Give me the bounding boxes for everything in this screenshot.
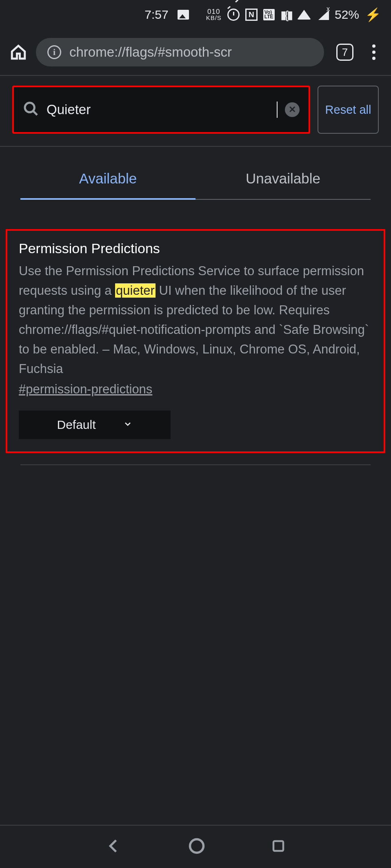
browser-toolbar: i chrome://flags/#smooth-scr 7 (0, 29, 391, 75)
nav-back-button[interactable] (105, 837, 122, 856)
divider (0, 146, 391, 147)
svg-point-2 (190, 839, 204, 853)
flag-state-select[interactable]: Default (19, 411, 171, 439)
volte-icon: Vo)LTE (263, 9, 275, 20)
picture-icon (178, 10, 189, 20)
alarm-icon (227, 9, 240, 21)
flag-title: Permission Predictions (19, 241, 372, 256)
signal-icon: x (317, 9, 329, 20)
divider (20, 464, 371, 465)
search-box-highlight: ✕ (12, 86, 310, 134)
reset-all-button[interactable]: Reset all (318, 86, 379, 134)
menu-button[interactable] (366, 44, 382, 60)
svg-point-0 (25, 103, 34, 112)
search-highlight: quieter (115, 283, 156, 298)
info-icon[interactable]: i (47, 45, 61, 59)
nav-home-button[interactable] (188, 837, 206, 857)
svg-line-1 (33, 111, 37, 115)
net-speed: 010KB/S (206, 9, 222, 21)
search-icon (23, 101, 39, 119)
flag-select-value: Default (57, 418, 96, 432)
search-area: ✕ Reset all (0, 76, 391, 146)
vibrate-icon: ▮{▮ (280, 8, 291, 22)
url-text: chrome://flags/#smooth-scr (69, 44, 232, 60)
tabs: Available Unavailable (20, 159, 371, 200)
clear-icon[interactable]: ✕ (285, 102, 300, 117)
home-button[interactable] (9, 43, 28, 62)
search-box[interactable]: ✕ (14, 87, 309, 132)
svg-rect-3 (273, 841, 283, 851)
tab-unavailable[interactable]: Unavailable (196, 159, 371, 200)
flag-description: Use the Permission Predictions Service t… (19, 261, 372, 379)
charging-icon: ⚡ (365, 7, 381, 22)
nfc-icon: N (245, 9, 258, 21)
tab-switcher[interactable]: 7 (336, 44, 353, 61)
search-input[interactable] (47, 102, 273, 117)
url-bar[interactable]: i chrome://flags/#smooth-scr (36, 38, 324, 66)
wifi-icon (297, 10, 311, 20)
nav-recents-button[interactable] (271, 839, 286, 855)
status-bar: 7:57 010KB/S N Vo)LTE ▮{▮ x 52% ⚡ (0, 0, 391, 29)
flag-anchor-link[interactable]: #permission-predictions (19, 382, 152, 397)
system-nav-bar (0, 825, 391, 868)
text-cursor (277, 102, 278, 118)
tab-available[interactable]: Available (20, 159, 196, 200)
status-time: 7:57 (144, 8, 168, 22)
chevron-down-icon (123, 418, 133, 432)
flag-card-permission-predictions: Permission Predictions Use the Permissio… (6, 229, 385, 453)
battery-percent: 52% (335, 8, 359, 22)
